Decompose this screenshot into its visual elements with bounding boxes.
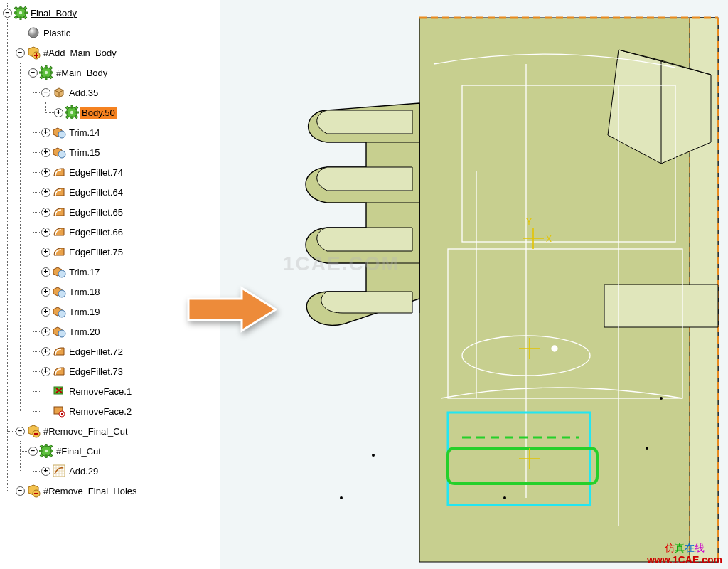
- watermark-corner: 仿真在线 www.1CAE.com: [647, 542, 722, 566]
- model-viewport[interactable]: X Y: [220, 0, 728, 569]
- tree-label[interactable]: Trim.20: [68, 326, 102, 338]
- model-main-body: [306, 18, 718, 562]
- tree-item--remove_final_holes[interactable]: −#Remove_Final_Holes: [16, 481, 219, 501]
- expand-toggle-icon[interactable]: +: [41, 287, 50, 297]
- tree-item-add-29[interactable]: +Add.29: [41, 461, 219, 481]
- trim-icon: [52, 125, 66, 139]
- collapse-toggle-icon[interactable]: −: [16, 486, 25, 496]
- collapse-toggle-icon[interactable]: −: [28, 68, 38, 78]
- body-tan-icon: [52, 85, 66, 100]
- tree-item-edgefillet-73[interactable]: +EdgeFillet.73: [41, 361, 219, 381]
- arrow-callout: [185, 284, 277, 334]
- tree-label[interactable]: Plastic: [42, 27, 72, 39]
- trim-icon: [52, 265, 66, 279]
- tree-label[interactable]: Trim.15: [68, 147, 102, 159]
- fillet-icon: [52, 165, 66, 179]
- fillet-icon: [52, 364, 66, 378]
- expand-toggle-icon[interactable]: +: [54, 108, 63, 117]
- trim-icon: [52, 145, 66, 159]
- tree-item-edgefillet-72[interactable]: +EdgeFillet.72: [41, 341, 219, 361]
- bool-add-icon: [26, 46, 41, 60]
- tree-item--main_body[interactable]: −#Main_Body: [28, 63, 219, 83]
- tree-item-final_body[interactable]: −Final_Body: [3, 3, 219, 23]
- tree-label[interactable]: Trim.18: [68, 286, 102, 298]
- expand-toggle-icon[interactable]: +: [41, 248, 50, 257]
- tree-label[interactable]: EdgeFillet.65: [68, 206, 124, 218]
- trim-icon: [52, 284, 66, 299]
- gear-green-icon: [14, 6, 28, 20]
- tree-label[interactable]: Trim.19: [68, 306, 102, 318]
- tree-label[interactable]: #Final_Cut: [55, 445, 102, 457]
- tree-item-body-50[interactable]: +Body.50: [54, 102, 219, 122]
- tree-item-trim-14[interactable]: +Trim.14: [41, 122, 219, 142]
- tree-item-trim-17[interactable]: +Trim.17: [41, 262, 219, 282]
- collapse-toggle-icon[interactable]: −: [41, 88, 50, 97]
- tree-item--remove_final_cut[interactable]: −#Remove_Final_Cut: [16, 421, 219, 441]
- tree-item-add-35[interactable]: −Add.35: [41, 83, 219, 102]
- tree-label[interactable]: Trim.17: [68, 266, 102, 278]
- tree-label[interactable]: EdgeFillet.66: [68, 226, 124, 238]
- collapse-toggle-icon[interactable]: −: [3, 9, 12, 18]
- expand-toggle-icon[interactable]: +: [41, 347, 50, 356]
- tree-label[interactable]: RemoveFace.2: [68, 405, 133, 418]
- tree-label[interactable]: #Remove_Final_Cut: [42, 425, 129, 437]
- tree-label[interactable]: Add.35: [68, 87, 100, 99]
- tree-label[interactable]: RemoveFace.1: [68, 385, 133, 398]
- fillet-icon: [52, 245, 66, 259]
- tree-label[interactable]: Body.50: [80, 107, 117, 119]
- tree-item-edgefillet-64[interactable]: +EdgeFillet.64: [41, 182, 219, 202]
- gear-green-icon: [65, 105, 79, 119]
- expand-toggle-icon[interactable]: +: [41, 267, 50, 277]
- tree-label[interactable]: Final_Body: [29, 7, 78, 19]
- tree-label[interactable]: #Remove_Final_Holes: [42, 485, 139, 497]
- svg-point-24: [340, 496, 343, 499]
- fillet-icon: [52, 205, 66, 219]
- expand-toggle-icon[interactable]: +: [41, 148, 50, 157]
- expand-toggle-icon[interactable]: +: [41, 367, 50, 376]
- tree-item-edgefillet-75[interactable]: +EdgeFillet.75: [41, 242, 219, 262]
- svg-point-25: [646, 447, 648, 450]
- expand-toggle-icon[interactable]: +: [41, 128, 50, 137]
- fillet-icon: [52, 225, 66, 239]
- svg-point-23: [372, 454, 375, 457]
- svg-point-21: [552, 346, 557, 351]
- tree-label[interactable]: EdgeFillet.75: [68, 246, 124, 258]
- tree-label[interactable]: #Add_Main_Body: [42, 47, 118, 59]
- tree-label[interactable]: EdgeFillet.72: [68, 346, 124, 358]
- fillet-icon: [52, 185, 66, 199]
- tree-item-plastic[interactable]: Plastic: [16, 23, 219, 43]
- expand-toggle-icon[interactable]: +: [41, 467, 50, 476]
- tree-label[interactable]: EdgeFillet.74: [68, 166, 124, 179]
- expand-toggle-icon[interactable]: +: [41, 208, 50, 217]
- toggle-spacer: [41, 407, 50, 416]
- collapse-toggle-icon[interactable]: −: [16, 48, 25, 58]
- tree-item-trim-15[interactable]: +Trim.15: [41, 142, 219, 162]
- svg-text:X: X: [546, 234, 552, 244]
- sphere-grey-icon: [26, 26, 41, 40]
- tree-item-edgefillet-65[interactable]: +EdgeFillet.65: [41, 202, 219, 222]
- tree-item-edgefillet-66[interactable]: +EdgeFillet.66: [41, 222, 219, 242]
- tree-item-removeface-1[interactable]: RemoveFace.1: [41, 381, 219, 401]
- tree-item-edgefillet-74[interactable]: +EdgeFillet.74: [41, 162, 219, 182]
- toggle-spacer: [16, 28, 25, 38]
- tree-label[interactable]: Trim.14: [68, 127, 102, 139]
- trim-icon: [52, 324, 66, 339]
- tree-item--final_cut[interactable]: −#Final_Cut: [28, 441, 219, 461]
- tree-item--add_main_body[interactable]: −#Add_Main_Body: [16, 43, 219, 63]
- svg-point-26: [660, 397, 663, 400]
- tree-label[interactable]: Add.29: [68, 465, 100, 477]
- tree-item-removeface-2[interactable]: RemoveFace.2: [41, 401, 219, 421]
- collapse-toggle-icon[interactable]: −: [16, 427, 25, 436]
- expand-toggle-icon[interactable]: +: [41, 327, 50, 336]
- tree-label[interactable]: EdgeFillet.64: [68, 186, 124, 198]
- fillet-icon: [52, 344, 66, 358]
- collapse-toggle-icon[interactable]: −: [28, 447, 38, 456]
- tree-label[interactable]: EdgeFillet.73: [68, 366, 124, 378]
- removeface2-icon: [52, 404, 66, 418]
- expand-toggle-icon[interactable]: +: [41, 168, 50, 177]
- expand-toggle-icon[interactable]: +: [41, 307, 50, 317]
- svg-point-22: [503, 496, 506, 499]
- expand-toggle-icon[interactable]: +: [41, 228, 50, 237]
- tree-label[interactable]: #Main_Body: [55, 67, 109, 79]
- expand-toggle-icon[interactable]: +: [41, 188, 50, 197]
